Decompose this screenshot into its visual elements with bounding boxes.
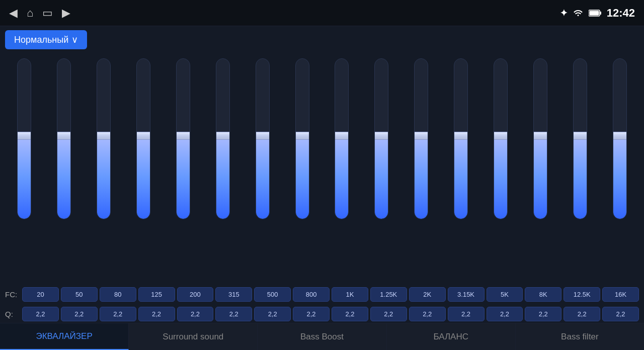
q-button-12.5K[interactable]: 2,2: [564, 307, 600, 321]
slider-track-500[interactable]: [256, 58, 270, 219]
slider-col-800[interactable]: [283, 58, 321, 219]
play-button[interactable]: ▶: [62, 7, 70, 20]
slider-fill-500: [256, 136, 269, 219]
slider-col-8K[interactable]: [521, 58, 559, 219]
q-button-3.15K[interactable]: 2,2: [448, 307, 485, 321]
nav-tab-label-bassboost: Bass Boost: [300, 332, 344, 342]
fc-button-2K[interactable]: 2K: [409, 287, 446, 302]
slider-track-315[interactable]: [216, 58, 230, 219]
fc-button-1.25K[interactable]: 1.25K: [370, 287, 407, 302]
q-button-500[interactable]: 2,2: [254, 307, 291, 321]
slider-handle-315[interactable]: [216, 132, 230, 140]
fc-label: FC:: [5, 290, 20, 299]
slider-col-500[interactable]: [243, 58, 282, 219]
q-button-200[interactable]: 2,2: [177, 307, 214, 321]
fc-button-500[interactable]: 500: [254, 287, 291, 302]
slider-col-12.5K[interactable]: [560, 58, 599, 219]
q-button-1.25K[interactable]: 2,2: [370, 307, 407, 321]
slider-track-3.15K[interactable]: [454, 58, 468, 219]
slider-track-125[interactable]: [136, 58, 150, 219]
slider-col-3.15K[interactable]: [442, 58, 480, 219]
q-button-800[interactable]: 2,2: [293, 307, 330, 321]
slider-handle-200[interactable]: [176, 132, 190, 140]
slider-track-200[interactable]: [176, 58, 190, 219]
slider-col-1K[interactable]: [323, 58, 361, 219]
fc-button-16K[interactable]: 16K: [602, 287, 639, 302]
slider-track-800[interactable]: [295, 58, 309, 219]
slider-track-20[interactable]: [17, 58, 31, 219]
slider-col-2K[interactable]: [402, 58, 441, 219]
slider-handle-2K[interactable]: [414, 132, 428, 140]
window-button[interactable]: ▭: [42, 7, 53, 20]
preset-button[interactable]: Нормальный ∨: [5, 30, 87, 49]
slider-track-5K[interactable]: [494, 58, 508, 219]
slider-track-2K[interactable]: [414, 58, 428, 219]
slider-track-80[interactable]: [97, 58, 111, 219]
fc-button-3.15K[interactable]: 3.15K: [448, 287, 485, 302]
fc-button-12.5K[interactable]: 12.5K: [564, 287, 600, 302]
fc-button-20[interactable]: 20: [22, 287, 59, 302]
slider-track-1K[interactable]: [335, 58, 349, 219]
q-button-16K[interactable]: 2,2: [602, 307, 639, 321]
q-button-5K[interactable]: 2,2: [487, 307, 523, 321]
slider-handle-125[interactable]: [136, 132, 150, 140]
fc-button-8K[interactable]: 8K: [525, 287, 561, 302]
slider-fill-315: [216, 136, 229, 219]
slider-fill-1.25K: [375, 136, 388, 219]
slider-track-1.25K[interactable]: [374, 58, 388, 219]
slider-col-1.25K[interactable]: [362, 58, 401, 219]
slider-col-80[interactable]: [85, 58, 123, 219]
battery-icon: [589, 10, 602, 17]
q-button-125[interactable]: 2,2: [138, 307, 175, 321]
nav-tab-surround[interactable]: Surround sound: [129, 323, 258, 350]
slider-track-50[interactable]: [57, 58, 71, 219]
slider-handle-80[interactable]: [97, 132, 111, 140]
fc-button-5K[interactable]: 5K: [487, 287, 523, 302]
q-button-8K[interactable]: 2,2: [525, 307, 561, 321]
fc-button-800[interactable]: 800: [293, 287, 330, 302]
q-button-20[interactable]: 2,2: [22, 307, 59, 321]
fc-button-1K[interactable]: 1K: [332, 287, 368, 302]
slider-col-200[interactable]: [164, 58, 203, 219]
fc-button-315[interactable]: 315: [215, 287, 252, 302]
fc-button-80[interactable]: 80: [100, 287, 136, 302]
slider-fill-125: [137, 136, 150, 219]
slider-track-8K[interactable]: [533, 58, 547, 219]
q-button-1K[interactable]: 2,2: [332, 307, 368, 321]
back-button[interactable]: ◀: [9, 7, 18, 20]
slider-handle-3.15K[interactable]: [454, 132, 468, 140]
slider-fill-2K: [415, 136, 428, 219]
slider-handle-1K[interactable]: [335, 132, 349, 140]
slider-handle-500[interactable]: [256, 132, 270, 140]
fc-button-50[interactable]: 50: [61, 287, 98, 302]
slider-col-16K[interactable]: [600, 58, 639, 219]
slider-handle-16K[interactable]: [613, 132, 627, 140]
nav-tab-equalizer[interactable]: ЭКВАЛАЙЗЕР: [0, 323, 129, 350]
q-button-80[interactable]: 2,2: [100, 307, 136, 321]
home-button[interactable]: ⌂: [27, 7, 33, 20]
q-button-315[interactable]: 2,2: [215, 307, 252, 321]
slider-handle-50[interactable]: [57, 132, 71, 140]
nav-tab-bassboost[interactable]: Bass Boost: [258, 323, 386, 350]
slider-track-12.5K[interactable]: [573, 58, 587, 219]
slider-fill-50: [57, 136, 70, 219]
fc-button-125[interactable]: 125: [138, 287, 175, 302]
slider-handle-20[interactable]: [17, 132, 31, 140]
slider-handle-1.25K[interactable]: [374, 132, 388, 140]
slider-fill-16K: [613, 136, 626, 219]
slider-handle-5K[interactable]: [494, 132, 508, 140]
q-button-50[interactable]: 2,2: [61, 307, 98, 321]
fc-button-200[interactable]: 200: [177, 287, 214, 302]
nav-tab-bassfilter[interactable]: Bass filter: [516, 323, 644, 350]
slider-col-315[interactable]: [203, 58, 242, 219]
slider-handle-8K[interactable]: [533, 132, 547, 140]
slider-col-125[interactable]: [124, 58, 163, 219]
slider-col-20[interactable]: [5, 58, 44, 219]
q-button-2K[interactable]: 2,2: [409, 307, 446, 321]
slider-handle-800[interactable]: [295, 132, 309, 140]
slider-handle-12.5K[interactable]: [573, 132, 587, 140]
slider-col-50[interactable]: [45, 58, 84, 219]
slider-track-16K[interactable]: [613, 58, 627, 219]
slider-col-5K[interactable]: [481, 58, 520, 219]
nav-tab-balance[interactable]: БАЛАНС: [387, 323, 516, 350]
